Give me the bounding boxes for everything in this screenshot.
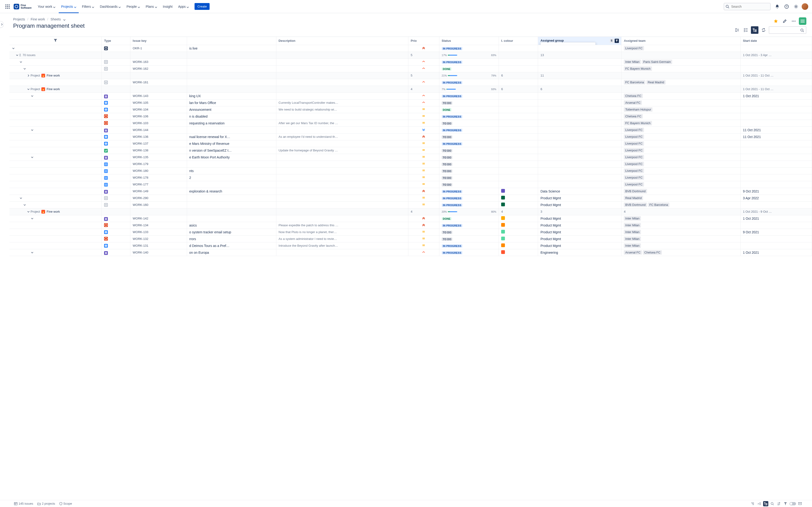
group-cell[interactable]: Product Mgmt [538, 194, 621, 202]
issue-key[interactable]: WORK-133 [130, 229, 187, 235]
issue-key[interactable]: WORK-106 [130, 113, 187, 120]
team-cell[interactable]: Liverpool FC [621, 181, 741, 188]
col-assigned-team[interactable]: Assigned team [621, 37, 741, 45]
expand-toggle[interactable] [30, 250, 34, 255]
group-cell[interactable] [538, 45, 621, 52]
user-avatar[interactable] [802, 3, 808, 10]
description-cell[interactable]: Currently LocalTransportController makes… [276, 99, 408, 106]
nav-item-projects[interactable]: Projects [59, 0, 79, 13]
issue-key[interactable]: OKR-1 [130, 45, 187, 52]
description-cell[interactable]: Update the homepage of Beyond Gravity … [276, 147, 408, 154]
team-cell[interactable]: Chelsea FC [621, 113, 741, 120]
date-cell[interactable] [740, 242, 812, 249]
team-cell[interactable]: Arsenal FCChelsea FC [621, 249, 741, 256]
date-cell[interactable]: 1 Oct 2021 [740, 93, 812, 99]
summary-cell[interactable]: rrors [187, 235, 276, 242]
date-cell[interactable] [740, 174, 812, 181]
status-lozenge[interactable]: IN PROGRESS [442, 142, 463, 146]
view-search[interactable] [769, 26, 806, 34]
date-cell[interactable] [740, 235, 812, 242]
summary-cell[interactable] [187, 126, 276, 133]
date-cell[interactable] [740, 58, 812, 65]
date-cell[interactable]: 1 Oct 2021 [740, 215, 812, 222]
team-cell[interactable]: Real Madrid [621, 194, 741, 202]
global-search[interactable] [724, 3, 771, 10]
issue-key[interactable]: WORK-105 [130, 99, 187, 106]
group-cell[interactable]: Product Mgmt [538, 229, 621, 235]
table-row[interactable]: OKR-1is liveIN PROGRESSLiverpool FC [9, 45, 812, 52]
table-row[interactable]: WORK-133o system tracker email setupNow … [9, 229, 812, 235]
table-row[interactable]: WORK-104AnnouncementWe need to build str… [9, 106, 812, 113]
expand-toggle[interactable] [11, 46, 15, 50]
team-chip[interactable]: Chelsea FC [624, 94, 643, 98]
team-cell[interactable]: Liverpool FC [621, 140, 741, 147]
filter-column-icon[interactable] [9, 37, 102, 45]
nav-item-plans[interactable]: Plans [143, 0, 159, 13]
table-row[interactable]: WORK-162DONEFC Bayern Munich [9, 65, 812, 72]
issue-key[interactable]: WORK-163 [130, 58, 187, 65]
summary-cell[interactable]: asics [187, 222, 276, 229]
status-lozenge[interactable]: TO DO [442, 156, 453, 159]
summary-cell[interactable]: requesting a reservation [187, 120, 276, 126]
date-cell[interactable]: 11 Oct 2021 [740, 126, 812, 133]
crumb-sheets[interactable]: Sheets [51, 17, 61, 21]
team-cell[interactable]: FC BarcelonaReal Madrid [621, 79, 741, 86]
crumb-projects[interactable]: Projects [13, 17, 25, 21]
table-row[interactable]: WORK-136nual license renewal for X…As an… [9, 133, 812, 140]
status-lozenge[interactable]: IN PROGRESS [442, 115, 463, 118]
expand-toggle[interactable] [30, 128, 34, 132]
description-cell[interactable] [276, 93, 408, 99]
team-chip[interactable]: Liverpool FC [624, 182, 644, 186]
description-cell[interactable] [276, 126, 408, 133]
summary-cell[interactable]: e Earth Moon Port Authority [187, 154, 276, 161]
status-lozenge[interactable]: TO DO [442, 176, 453, 180]
description-cell[interactable] [276, 181, 408, 188]
summary-cell[interactable]: n is disabled [187, 113, 276, 120]
status-lozenge[interactable]: IN PROGRESS [442, 244, 463, 247]
issue-key[interactable]: WORK-140 [130, 249, 187, 256]
date-cell[interactable] [740, 106, 812, 113]
team-chip[interactable]: Tottenham Hotspur [624, 107, 653, 112]
table-row[interactable]: WORK-177TO DOLiverpool FC [9, 181, 812, 188]
expand-toggle[interactable] [26, 73, 31, 78]
col-start-date[interactable]: Start date [740, 37, 812, 45]
table-row[interactable]: WORK-135e Earth Moon Port AuthorityTO DO… [9, 154, 812, 161]
summary-cell[interactable] [187, 202, 276, 208]
status-lozenge[interactable]: IN PROGRESS [442, 47, 463, 50]
team-cell[interactable]: Inter Milan [621, 215, 741, 222]
team-chip[interactable]: Arsenal FC [624, 101, 642, 105]
description-cell[interactable]: We need to build strategic relationship … [276, 106, 408, 113]
issue-key[interactable]: WORK-142 [130, 215, 187, 222]
group-cell[interactable]: Product Mgmt [538, 235, 621, 242]
col-prio[interactable]: Prio [408, 37, 439, 45]
nav-item-your-work[interactable]: Your work [35, 0, 58, 13]
expand-toggle[interactable] [19, 196, 23, 200]
date-cell[interactable]: 9 Oct 2021 [740, 229, 812, 235]
issue-key[interactable]: WORK-180 [130, 167, 187, 174]
team-cell[interactable]: Chelsea FC [621, 93, 741, 99]
team-cell[interactable]: Inter Milan [621, 242, 741, 249]
date-cell[interactable]: 3 Apr 2022 [740, 194, 812, 202]
table-row[interactable]: WORK-163IN PROGRESSInter MilanParis Sain… [9, 58, 812, 65]
description-cell[interactable] [276, 79, 408, 86]
team-cell[interactable]: Liverpool FC [621, 126, 741, 133]
table-row[interactable]: WORK-142DONEProduct MgmtInter Milan1 Oct… [9, 215, 812, 222]
team-cell[interactable]: Liverpool FC [621, 45, 741, 52]
description-cell[interactable] [276, 154, 408, 161]
team-cell[interactable]: Inter Milan [621, 235, 741, 242]
description-cell[interactable] [276, 194, 408, 202]
date-cell[interactable] [740, 161, 812, 167]
chevron-down-icon[interactable] [63, 18, 65, 20]
group-cell[interactable] [538, 79, 621, 86]
table-row[interactable]: WORK-160IN PROGRESSProduct MgmtBVB Dortm… [9, 202, 812, 208]
team-chip[interactable]: Inter Milan [624, 243, 641, 248]
description-cell[interactable] [276, 202, 408, 208]
summary-cell[interactable] [187, 79, 276, 86]
summary-cell[interactable]: lan for Mars Office [187, 99, 276, 106]
col-type[interactable]: Type [102, 37, 131, 45]
team-chip[interactable]: Arsenal FC [624, 250, 642, 255]
team-chip[interactable]: Liverpool FC [624, 148, 644, 153]
team-chip[interactable]: Inter Milan [624, 216, 641, 221]
issue-key[interactable]: WORK-132 [130, 235, 187, 242]
team-cell[interactable]: BVB DortmundFC Barcelona [621, 202, 741, 208]
